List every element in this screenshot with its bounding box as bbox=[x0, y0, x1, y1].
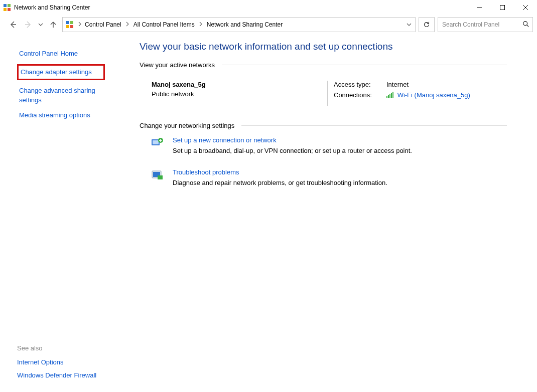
address-dropdown[interactable] bbox=[403, 18, 415, 32]
search-input[interactable] bbox=[441, 21, 522, 29]
seealso-internet-options[interactable]: Internet Options bbox=[17, 356, 124, 369]
seealso-firewall[interactable]: Windows Defender Firewall bbox=[17, 369, 124, 382]
svg-rect-3 bbox=[8, 8, 11, 11]
svg-rect-22 bbox=[153, 140, 159, 144]
see-also-section: See also Internet Options Windows Defend… bbox=[17, 344, 124, 392]
refresh-button[interactable] bbox=[419, 17, 435, 32]
search-icon[interactable] bbox=[522, 21, 529, 29]
sidebar-change-adapter[interactable]: Change adapter settings bbox=[21, 68, 92, 77]
sidebar: Control Panel Home Change adapter settin… bbox=[0, 36, 124, 392]
svg-line-15 bbox=[527, 25, 529, 27]
access-type-value: Internet bbox=[386, 81, 409, 88]
chevron-right-icon[interactable] bbox=[78, 21, 82, 28]
up-button[interactable] bbox=[47, 19, 59, 31]
network-type: Public network bbox=[152, 90, 327, 98]
svg-rect-26 bbox=[158, 175, 163, 179]
back-button[interactable] bbox=[7, 19, 19, 31]
wifi-signal-icon bbox=[386, 92, 393, 99]
search-box[interactable] bbox=[438, 17, 533, 32]
toolbar: Control Panel All Control Panel Items Ne… bbox=[0, 15, 537, 36]
breadcrumb-all-items[interactable]: All Control Panel Items bbox=[131, 19, 197, 30]
window-title: Network and Sharing Center bbox=[14, 4, 90, 11]
main-content: View your basic network information and … bbox=[124, 36, 537, 392]
vertical-divider bbox=[327, 81, 328, 106]
history-dropdown[interactable] bbox=[37, 19, 44, 31]
svg-rect-19 bbox=[391, 93, 392, 98]
breadcrumb-control-panel[interactable]: Control Panel bbox=[83, 19, 123, 30]
breadcrumb: Control Panel All Control Panel Items Ne… bbox=[83, 19, 285, 30]
active-network-row: Manoj saxena_5g Public network Access ty… bbox=[140, 75, 507, 115]
maximize-button[interactable] bbox=[491, 0, 514, 15]
svg-rect-11 bbox=[70, 21, 73, 24]
section-label: View your active networks bbox=[140, 61, 215, 69]
setup-connection-desc: Set up a broadband, dial-up, or VPN conn… bbox=[173, 147, 412, 154]
section-active-networks: View your active networks bbox=[140, 61, 507, 69]
svg-rect-20 bbox=[392, 92, 393, 98]
troubleshoot-item: Troubleshoot problems Diagnose and repai… bbox=[151, 168, 507, 186]
svg-rect-18 bbox=[389, 94, 390, 98]
divider bbox=[241, 125, 507, 126]
section-label: Change your networking settings bbox=[140, 122, 234, 129]
network-name: Manoj saxena_5g bbox=[152, 81, 327, 88]
window-titlebar: Network and Sharing Center bbox=[0, 0, 537, 15]
address-bar[interactable]: Control Panel All Control Panel Items Ne… bbox=[62, 17, 416, 32]
connection-link[interactable]: Wi-Fi (Manoj saxena_5g) bbox=[397, 91, 470, 99]
connections-label: Connections: bbox=[334, 91, 386, 99]
svg-rect-10 bbox=[66, 21, 69, 24]
section-change-settings: Change your networking settings bbox=[140, 122, 507, 129]
location-icon bbox=[66, 21, 74, 29]
chevron-right-icon[interactable] bbox=[198, 21, 204, 28]
divider bbox=[222, 65, 507, 65]
highlight-box: Change adapter settings bbox=[17, 64, 105, 80]
svg-rect-1 bbox=[8, 4, 11, 7]
svg-rect-2 bbox=[4, 8, 7, 11]
svg-rect-17 bbox=[388, 95, 389, 98]
close-button[interactable] bbox=[514, 0, 537, 15]
page-heading: View your basic network information and … bbox=[140, 41, 507, 52]
svg-rect-13 bbox=[70, 25, 73, 28]
svg-rect-5 bbox=[500, 6, 505, 10]
see-also-header: See also bbox=[17, 344, 124, 352]
setup-connection-item: Set up a new connection or network Set u… bbox=[151, 136, 507, 154]
chevron-right-icon[interactable] bbox=[124, 21, 130, 28]
troubleshoot-icon bbox=[151, 168, 165, 182]
troubleshoot-link[interactable]: Troubleshoot problems bbox=[173, 168, 239, 176]
troubleshoot-desc: Diagnose and repair network problems, or… bbox=[173, 179, 387, 186]
sidebar-home[interactable]: Control Panel Home bbox=[17, 46, 124, 61]
svg-point-14 bbox=[523, 21, 527, 25]
forward-button[interactable] bbox=[22, 19, 34, 31]
minimize-button[interactable] bbox=[468, 0, 491, 15]
setup-connection-link[interactable]: Set up a new connection or network bbox=[173, 136, 277, 144]
sidebar-media-streaming[interactable]: Media streaming options bbox=[17, 108, 124, 123]
svg-rect-16 bbox=[386, 96, 387, 98]
access-type-label: Access type: bbox=[334, 81, 386, 88]
setup-connection-icon bbox=[151, 136, 165, 150]
svg-rect-0 bbox=[4, 4, 7, 7]
sidebar-change-advanced[interactable]: Change advanced sharing settings bbox=[17, 83, 102, 107]
breadcrumb-network-sharing[interactable]: Network and Sharing Center bbox=[205, 19, 285, 30]
network-center-icon bbox=[3, 4, 11, 12]
svg-rect-12 bbox=[66, 25, 69, 28]
